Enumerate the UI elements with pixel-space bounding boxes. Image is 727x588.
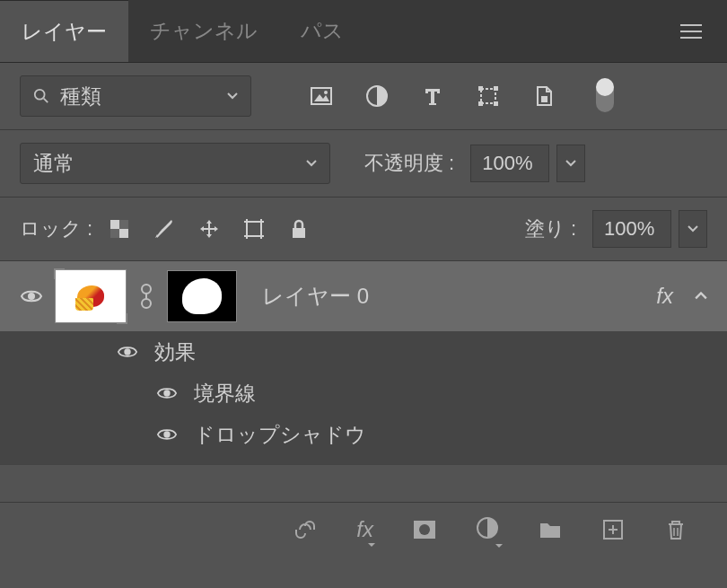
chevron-down-icon [368,543,375,548]
svg-point-3 [35,90,45,100]
filter-kind-dropdown[interactable]: 種類 [20,75,251,117]
svg-rect-18 [110,229,119,238]
svg-rect-19 [247,222,261,236]
effects-heading-row[interactable]: 効果 [0,331,727,373]
svg-point-31 [163,431,170,437]
chevron-down-icon [565,160,576,167]
layer-row[interactable]: レイヤー 0 fx [0,261,727,331]
tab-channels[interactable]: チャンネル [128,0,279,62]
link-layers-icon[interactable] [293,518,317,541]
opacity-dropdown-button[interactable] [556,145,585,182]
new-adjustment-icon[interactable] [476,516,499,540]
svg-point-29 [124,348,130,355]
new-layer-icon[interactable] [601,518,625,541]
effects-heading: 効果 [154,338,196,366]
filter-row: 種類 [0,63,727,130]
opacity-label: 不透明度 : [364,150,454,177]
lock-label: ロック : [20,215,92,242]
svg-point-27 [142,299,151,308]
svg-line-4 [44,99,48,103]
filter-pixel-icon[interactable] [311,85,332,107]
chevron-down-icon [227,92,238,100]
blend-row: 通常 不透明度 : 100% [0,130,727,197]
chevron-down-icon [495,544,503,549]
filter-toggle[interactable] [596,80,614,112]
svg-rect-13 [494,101,498,106]
effect-dropshadow-label: ドロップシャドウ [194,421,366,449]
svg-rect-24 [293,228,305,238]
lock-transparency-icon[interactable] [109,218,130,240]
visibility-icon[interactable] [156,424,178,445]
filter-type-icons [311,85,555,107]
svg-point-7 [324,91,328,94]
svg-rect-17 [119,220,128,229]
svg-rect-15 [110,220,119,229]
svg-point-25 [28,293,35,300]
lock-artboard-icon[interactable] [243,218,265,240]
effect-stroke-label: 境界線 [194,380,256,408]
fill-label: 塗り : [525,215,576,242]
svg-marker-6 [314,94,329,101]
layer-name[interactable]: レイヤー 0 [262,282,644,311]
panel-menu-button[interactable] [655,0,727,62]
blend-mode-label: 通常 [33,150,74,178]
layer-style-icon[interactable]: fx [356,517,373,541]
svg-rect-12 [478,101,483,106]
tab-paths[interactable]: パス [279,0,365,62]
visibility-icon[interactable] [117,341,138,363]
filter-kind-label: 種類 [60,83,101,110]
chevron-down-icon [306,160,317,167]
lock-position-icon[interactable] [198,218,220,240]
svg-rect-11 [494,86,498,91]
filter-adjustment-icon[interactable] [366,85,388,107]
effect-dropshadow-row[interactable]: ドロップシャドウ [0,414,727,455]
svg-point-26 [142,285,151,294]
blend-mode-dropdown[interactable]: 通常 [20,143,330,184]
search-icon [33,88,49,104]
lock-row: ロック : 塗り : 100% [0,197,727,261]
filter-type-icon[interactable] [422,85,443,107]
visibility-icon[interactable] [20,285,43,308]
layer-mask-thumbnail[interactable] [167,270,237,322]
opacity-input[interactable]: 100% [470,145,549,182]
fill-input[interactable]: 100% [592,210,671,248]
chevron-up-icon[interactable] [695,292,707,301]
bottom-toolbar: fx [0,502,727,556]
visibility-icon[interactable] [156,382,178,404]
effect-stroke-row[interactable]: 境界線 [0,373,727,414]
filter-shape-icon[interactable] [477,85,499,107]
svg-point-33 [419,524,430,535]
panel-tabs: レイヤー チャンネル パス [0,0,727,63]
fx-indicator[interactable]: fx [656,284,673,309]
lock-pixels-icon[interactable] [153,218,175,240]
svg-rect-9 [481,89,495,103]
lock-all-icon[interactable] [288,218,310,240]
svg-rect-14 [541,96,547,102]
layers-list: レイヤー 0 fx 効果 境界線 ドロップシャドウ [0,261,727,464]
svg-rect-16 [119,229,128,238]
svg-rect-5 [311,88,331,104]
svg-rect-10 [478,86,483,91]
delete-layer-icon[interactable] [664,518,688,541]
tab-layers[interactable]: レイヤー [0,0,128,62]
layer-thumbnail[interactable] [56,270,126,322]
add-mask-icon[interactable] [413,518,436,541]
chevron-down-icon [688,225,698,233]
svg-point-30 [163,390,170,396]
menu-icon [680,23,702,39]
fill-dropdown-button[interactable] [679,210,707,248]
filter-smartobject-icon[interactable] [533,85,555,107]
link-icon[interactable] [138,283,154,310]
new-group-icon[interactable] [539,518,562,541]
